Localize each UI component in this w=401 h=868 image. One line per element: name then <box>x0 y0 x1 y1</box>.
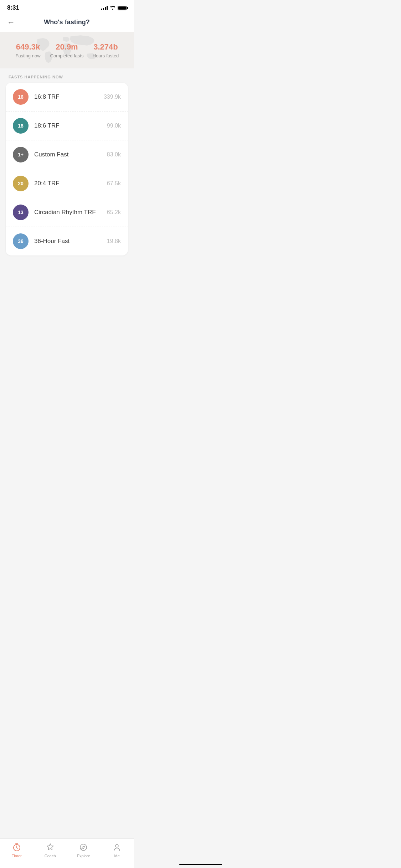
fast-name: Circadian Rhythm TRF <box>34 209 107 216</box>
signal-icon <box>101 6 108 10</box>
header: ← Who's fasting? <box>0 14 134 32</box>
status-bar: 8:31 <box>0 0 134 14</box>
hours-fasted-value: 3.274b <box>93 42 118 52</box>
stats-row: 649.3k Fasting now 20.9m Completed fasts… <box>9 42 125 58</box>
fast-badge: 20 <box>13 176 29 191</box>
status-time: 8:31 <box>7 4 19 11</box>
fast-name: 18:6 TRF <box>34 122 107 129</box>
fast-row[interactable]: 1+ Custom Fast 83.0k <box>6 140 128 169</box>
fast-name: 20:4 TRF <box>34 180 107 187</box>
fasts-card: 16 16:8 TRF 339.9k 18 18:6 TRF 99.0k 1+ … <box>6 83 128 255</box>
stat-completed-fasts: 20.9m Completed fasts <box>47 42 86 58</box>
fast-badge: 16 <box>13 89 29 105</box>
fast-row[interactable]: 20 20:4 TRF 67.5k <box>6 169 128 198</box>
section-label: FASTS HAPPENING NOW <box>0 68 134 83</box>
fast-name: 36-Hour Fast <box>34 238 107 245</box>
fasting-now-value: 649.3k <box>16 42 40 52</box>
stat-hours-fasted: 3.274b Hours fasted <box>86 42 125 58</box>
fast-badge: 36 <box>13 233 29 249</box>
fast-row[interactable]: 16 16:8 TRF 339.9k <box>6 83 128 112</box>
fast-count: 67.5k <box>107 180 121 187</box>
battery-icon <box>118 6 127 10</box>
completed-fasts-label: Completed fasts <box>50 53 84 58</box>
fast-row[interactable]: 13 Circadian Rhythm TRF 65.2k <box>6 198 128 227</box>
fast-row[interactable]: 36 36-Hour Fast 19.8k <box>6 227 128 255</box>
fast-name: Custom Fast <box>34 151 107 158</box>
completed-fasts-value: 20.9m <box>56 42 78 52</box>
status-icons <box>101 5 127 11</box>
fast-badge: 18 <box>13 118 29 134</box>
stat-fasting-now: 649.3k Fasting now <box>9 42 47 58</box>
fast-badge: 13 <box>13 205 29 220</box>
page-title: Who's fasting? <box>44 19 89 26</box>
fast-name: 16:8 TRF <box>34 93 104 100</box>
hours-fasted-label: Hours fasted <box>93 53 119 58</box>
fast-count: 99.0k <box>107 123 121 129</box>
back-button[interactable]: ← <box>7 19 15 26</box>
fast-count: 339.9k <box>104 94 121 100</box>
fast-count: 19.8k <box>107 238 121 244</box>
hero-section: 649.3k Fasting now 20.9m Completed fasts… <box>0 32 134 68</box>
fast-count: 83.0k <box>107 151 121 158</box>
fast-count: 65.2k <box>107 209 121 216</box>
fasting-now-label: Fasting now <box>15 53 40 58</box>
fast-row[interactable]: 18 18:6 TRF 99.0k <box>6 112 128 140</box>
wifi-icon <box>110 5 115 11</box>
fast-badge: 1+ <box>13 147 29 162</box>
